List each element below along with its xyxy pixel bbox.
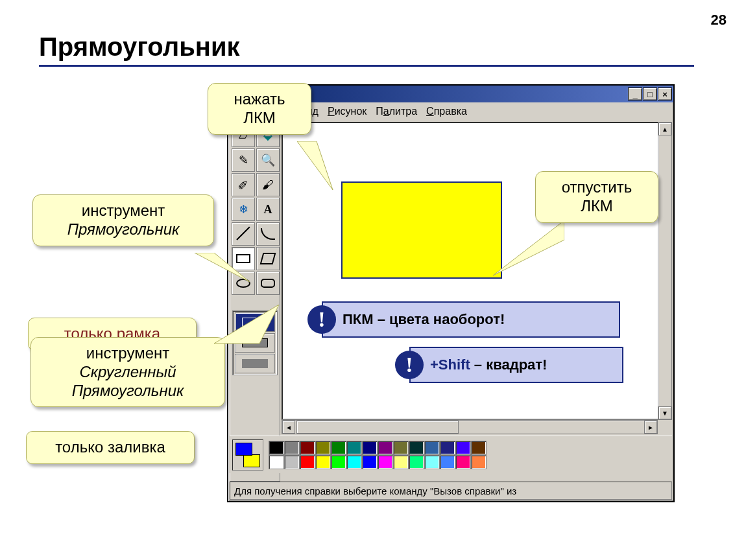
svg-marker-0 <box>297 141 333 190</box>
note-shift-square: ! +Shift – квадрат! <box>409 347 623 383</box>
color-swatch[interactable] <box>378 455 393 469</box>
svg-marker-3 <box>214 305 279 344</box>
color-swatch[interactable] <box>269 441 284 455</box>
tool-line[interactable] <box>232 222 255 246</box>
spray-icon: ❄ <box>239 202 248 216</box>
callout-rounded-l2: Скругленный <box>79 363 176 380</box>
slide-number: 28 <box>711 12 727 29</box>
line-icon <box>235 226 251 242</box>
text-icon: A <box>264 203 272 216</box>
color-swatch[interactable] <box>409 441 424 455</box>
tool-zoom[interactable]: 🔍 <box>256 148 280 172</box>
paint-window: - Paint _ □ × Вид Рисунок Палитра Справк… <box>227 84 675 502</box>
tool-brush[interactable]: 🖌 <box>256 173 280 196</box>
callout-press-tail <box>297 141 343 193</box>
polygon-icon <box>260 253 276 264</box>
exclamation-icon: ! <box>395 351 424 379</box>
drawn-rectangle <box>341 181 502 279</box>
note-shift-text: +Shift – квадрат! <box>430 356 547 373</box>
color-swatch[interactable] <box>269 455 284 469</box>
background-color <box>243 454 260 467</box>
color-swatch[interactable] <box>315 441 331 455</box>
color-swatch[interactable] <box>378 441 393 455</box>
foreground-color <box>235 443 252 456</box>
color-swatch[interactable] <box>471 441 487 455</box>
color-swatch[interactable] <box>284 455 300 469</box>
rounded-rectangle-icon <box>261 279 275 288</box>
note-rmb-colors: ! ПКМ – цвета наоборот! <box>322 301 620 338</box>
minimize-button[interactable]: _ <box>628 88 642 100</box>
close-button[interactable]: × <box>658 88 672 100</box>
scroll-left-button[interactable]: ◄ <box>282 421 295 434</box>
statusbar: Для получения справки выберите команду "… <box>230 482 672 500</box>
callout-rounded-l1: инструмент <box>86 344 170 362</box>
color-swatch[interactable] <box>331 441 346 455</box>
callout-rounded-l3: Прямоугольник <box>72 382 184 399</box>
tool-polygon[interactable] <box>256 247 280 270</box>
curve-icon <box>261 228 275 240</box>
callout-tool-rectangle: инструмент Прямоугольник <box>32 194 214 246</box>
horizontal-scrollbar[interactable]: ◄ ► <box>282 420 658 434</box>
tool-picker[interactable]: ✎ <box>232 148 255 172</box>
current-colors[interactable] <box>232 439 263 471</box>
option-fill-only[interactable] <box>235 354 275 373</box>
pencil-icon: ✏ <box>234 176 253 194</box>
callout-rounded-rectangle: инструмент Скругленный Прямоугольник <box>30 337 225 407</box>
color-swatch[interactable] <box>471 455 487 469</box>
callout-release-lmb: отпустить ЛКМ <box>535 171 658 223</box>
menu-help[interactable]: Справка <box>426 106 467 117</box>
color-swatch[interactable] <box>440 455 455 469</box>
color-swatch[interactable] <box>284 441 300 455</box>
menu-picture[interactable]: Рисунок <box>328 106 367 117</box>
callout-tool-l2: Прямоугольник <box>67 220 180 238</box>
maximize-button[interactable]: □ <box>643 88 657 100</box>
scroll-up-button[interactable]: ▲ <box>658 122 671 135</box>
color-swatch[interactable] <box>300 441 315 455</box>
page-title: Прямоугольник <box>39 32 240 62</box>
palette-swatches <box>269 441 487 469</box>
color-swatch[interactable] <box>346 441 362 455</box>
callout-fill-only: только заливка <box>26 431 195 464</box>
toolbox: ▱ ⬙ ✎ 🔍 ✏ 🖌 ❄ A <box>230 122 280 482</box>
color-swatch[interactable] <box>440 441 455 455</box>
color-swatch[interactable] <box>424 441 440 455</box>
color-swatch[interactable] <box>362 441 378 455</box>
color-swatch[interactable] <box>362 455 378 469</box>
svg-marker-1 <box>493 220 564 275</box>
color-swatch[interactable] <box>455 441 471 455</box>
color-swatch[interactable] <box>409 455 424 469</box>
color-swatch[interactable] <box>393 441 409 455</box>
color-swatch[interactable] <box>300 455 315 469</box>
vertical-scrollbar[interactable]: ▲ ▼ <box>658 122 672 420</box>
tool-pencil[interactable]: ✏ <box>232 173 255 196</box>
brush-icon: 🖌 <box>262 178 274 192</box>
svg-marker-2 <box>195 253 250 282</box>
note-rmb-text: ПКМ – цвета наоборот! <box>343 311 505 328</box>
callout-release-tail <box>493 220 564 279</box>
color-swatch[interactable] <box>346 455 362 469</box>
scroll-thumb[interactable] <box>296 421 459 434</box>
color-swatch[interactable] <box>455 455 471 469</box>
callout-tool-l1: инструмент <box>82 202 165 219</box>
color-swatch[interactable] <box>424 455 440 469</box>
color-swatch[interactable] <box>331 455 346 469</box>
callout-press-lmb: нажать ЛКМ <box>208 83 311 135</box>
title-underline <box>39 65 694 67</box>
tool-curve[interactable] <box>256 222 280 246</box>
menu-palette[interactable]: Палитра <box>376 106 417 117</box>
fill-icon <box>242 359 268 368</box>
color-palette <box>230 436 672 473</box>
callout-rounded-tail <box>214 305 285 350</box>
tool-rounded-rectangle[interactable] <box>256 272 280 295</box>
magnifier-icon: 🔍 <box>261 153 275 167</box>
tool-spray[interactable]: ❄ <box>232 198 255 221</box>
callout-tool-tail <box>195 253 253 285</box>
scroll-down-button[interactable]: ▼ <box>658 406 671 419</box>
color-swatch[interactable] <box>315 455 331 469</box>
tool-text[interactable]: A <box>256 198 280 221</box>
color-swatch[interactable] <box>393 455 409 469</box>
exclamation-icon: ! <box>307 305 336 334</box>
scroll-right-button[interactable]: ► <box>644 421 657 434</box>
dropper-icon: ✎ <box>239 153 248 167</box>
